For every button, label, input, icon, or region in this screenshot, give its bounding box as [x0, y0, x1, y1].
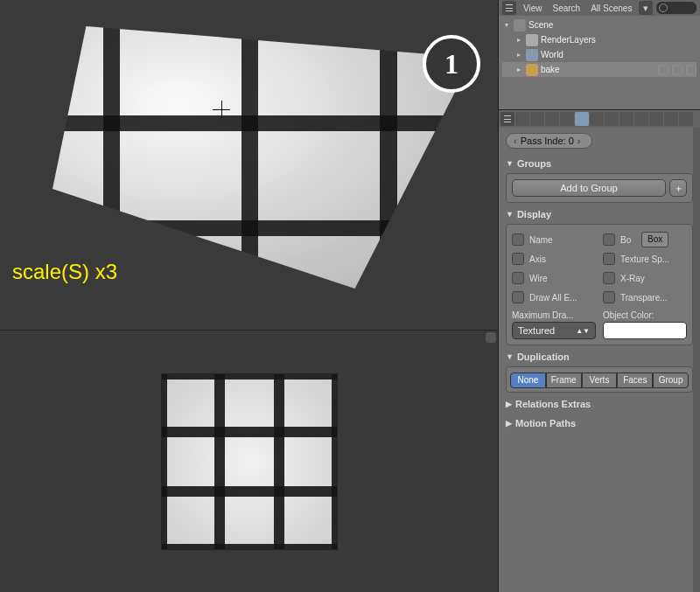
- tree-renderlayers[interactable]: ▸ RenderLayers: [502, 32, 696, 47]
- panel-title: Motion Paths: [515, 418, 576, 428]
- check-label: Bo: [620, 235, 636, 245]
- properties-header: ☰: [499, 110, 700, 128]
- prop-tab-material[interactable]: [634, 112, 648, 126]
- panel-header-duplication[interactable]: ▼ Duplication: [506, 349, 693, 365]
- scene-icon: [514, 19, 526, 31]
- pass-index-label: Pass Inde:: [521, 136, 566, 146]
- prop-tab-layers[interactable]: [530, 112, 544, 126]
- prop-tab-constraints[interactable]: [590, 112, 604, 126]
- bounds-type-button[interactable]: Box: [641, 232, 668, 247]
- panel-duplication: ▼ Duplication None Frame Verts Faces Gro…: [506, 349, 693, 393]
- filter-dropdown-icon[interactable]: ▾: [639, 1, 653, 15]
- dupli-tab-none[interactable]: None: [510, 373, 546, 388]
- object-color-swatch[interactable]: [603, 322, 687, 339]
- prop-tab-particles[interactable]: [664, 112, 678, 126]
- check-label: Draw All E...: [529, 293, 596, 303]
- tree-label: bake: [541, 65, 560, 74]
- outliner-search-input[interactable]: [656, 2, 696, 14]
- tree-label: Scene: [528, 20, 553, 30]
- world-icon: [526, 49, 538, 61]
- prop-tab-modifiers[interactable]: [605, 112, 619, 126]
- disclosure-down-icon: ▼: [506, 352, 514, 361]
- prop-tab-physics[interactable]: [679, 112, 693, 126]
- outliner-scene-filter[interactable]: All Scenes: [587, 3, 635, 13]
- tree-active-object[interactable]: ▸ bake: [502, 62, 696, 77]
- chevron-right-icon[interactable]: ›: [578, 136, 581, 146]
- outliner-header: ☰ View Search All Scenes ▾: [499, 0, 700, 16]
- visibility-toggle-icon[interactable]: [658, 65, 668, 75]
- textured-plane-object[interactable]: [52, 26, 472, 289]
- tree-scene[interactable]: ▾ Scene: [502, 17, 696, 32]
- dupli-tab-frame[interactable]: Frame: [546, 373, 582, 388]
- add-group-plus-button[interactable]: ＋: [669, 179, 687, 197]
- check-label: Transpare...: [620, 293, 687, 303]
- panel-title: Groups: [517, 158, 551, 169]
- check-label: X-Ray: [620, 274, 687, 283]
- tree-world[interactable]: ▸ World: [502, 47, 696, 62]
- panel-header-display[interactable]: ▼ Display: [506, 206, 693, 222]
- panel-header-motion[interactable]: ▶ Motion Paths: [506, 415, 693, 431]
- render-toggle-icon[interactable]: [686, 65, 696, 75]
- outliner-menu-search[interactable]: Search: [550, 3, 584, 13]
- check-label: Texture Sp...: [620, 254, 687, 264]
- check-xray[interactable]: [603, 272, 615, 284]
- cursor-3d-icon: [213, 101, 230, 118]
- prop-tab-world[interactable]: [560, 112, 574, 126]
- selectable-toggle-icon[interactable]: [672, 65, 682, 75]
- add-to-group-button[interactable]: Add to Group: [512, 179, 666, 197]
- outliner-panel: ☰ View Search All Scenes ▾ ▾ Scene ▸ Ren…: [499, 0, 700, 110]
- disclosure-icon[interactable]: ▸: [514, 66, 523, 74]
- check-draw-all-edges[interactable]: [512, 291, 524, 303]
- prop-tab-texture[interactable]: [649, 112, 663, 126]
- panel-header-groups[interactable]: ▼ Groups: [506, 156, 693, 171]
- panel-title: Relations Extras: [515, 399, 591, 409]
- panel-title: Duplication: [517, 352, 570, 362]
- mesh-object-icon: [526, 64, 538, 76]
- check-name[interactable]: [512, 233, 524, 246]
- panel-motion-paths: ▶ Motion Paths: [506, 415, 693, 431]
- dupli-tab-group[interactable]: Group: [653, 373, 689, 388]
- image-editor[interactable]: [0, 331, 498, 592]
- plus-icon: ＋: [674, 182, 683, 195]
- prop-tab-render[interactable]: [515, 112, 529, 126]
- object-color-label: Object Color:: [603, 310, 687, 320]
- panel-drag-handle[interactable]: [486, 332, 496, 343]
- check-texture-space[interactable]: [603, 253, 615, 265]
- prop-tab-object[interactable]: [575, 112, 589, 126]
- select-value: Textured: [518, 325, 555, 336]
- prop-tab-scene[interactable]: [545, 112, 559, 126]
- disclosure-right-icon: ▶: [506, 400, 512, 408]
- viewport-3d[interactable]: scale(S) x3 1: [0, 0, 498, 331]
- panel-display: ▼ Display Name Axis Wire Draw All E... B…: [506, 206, 693, 345]
- baked-texture-preview[interactable]: [162, 374, 337, 549]
- panel-groups: ▼ Groups Add to Group ＋: [506, 156, 693, 203]
- disclosure-icon[interactable]: ▸: [514, 36, 523, 45]
- check-axis[interactable]: [512, 253, 524, 265]
- renderlayers-icon: [526, 34, 538, 46]
- check-wire[interactable]: [512, 272, 524, 284]
- dupli-tab-verts[interactable]: Verts: [582, 373, 618, 388]
- dupli-tab-faces[interactable]: Faces: [617, 373, 653, 388]
- check-transparent[interactable]: [603, 291, 615, 303]
- panel-relations-extras: ▶ Relations Extras: [506, 396, 693, 412]
- pass-index-field[interactable]: ‹ Pass Inde: 0 ›: [506, 133, 592, 149]
- outliner-tree[interactable]: ▾ Scene ▸ RenderLayers ▸ World ▸ bake: [499, 16, 700, 109]
- max-draw-type-label: Maximum Dra...: [512, 310, 596, 320]
- properties-scrollbar[interactable]: [693, 128, 700, 592]
- disclosure-down-icon: ▼: [506, 210, 514, 219]
- max-draw-type-select[interactable]: Textured ▲▼: [512, 322, 596, 339]
- disclosure-icon[interactable]: ▾: [502, 21, 511, 30]
- panel-header-relations[interactable]: ▶ Relations Extras: [506, 396, 693, 412]
- chevron-left-icon[interactable]: ‹: [514, 136, 517, 146]
- editor-type-icon[interactable]: ☰: [502, 1, 516, 15]
- outliner-menu-view[interactable]: View: [520, 3, 546, 13]
- disclosure-icon[interactable]: ▸: [514, 51, 523, 59]
- step-badge: 1: [423, 35, 480, 93]
- tree-label: RenderLayers: [541, 35, 596, 45]
- check-label: Axis: [529, 254, 596, 264]
- prop-tab-data[interactable]: [620, 112, 634, 126]
- check-bounds[interactable]: [603, 233, 615, 246]
- check-label: Name: [529, 235, 596, 245]
- editor-type-icon[interactable]: ☰: [500, 112, 514, 126]
- pass-index-value: 0: [569, 136, 574, 146]
